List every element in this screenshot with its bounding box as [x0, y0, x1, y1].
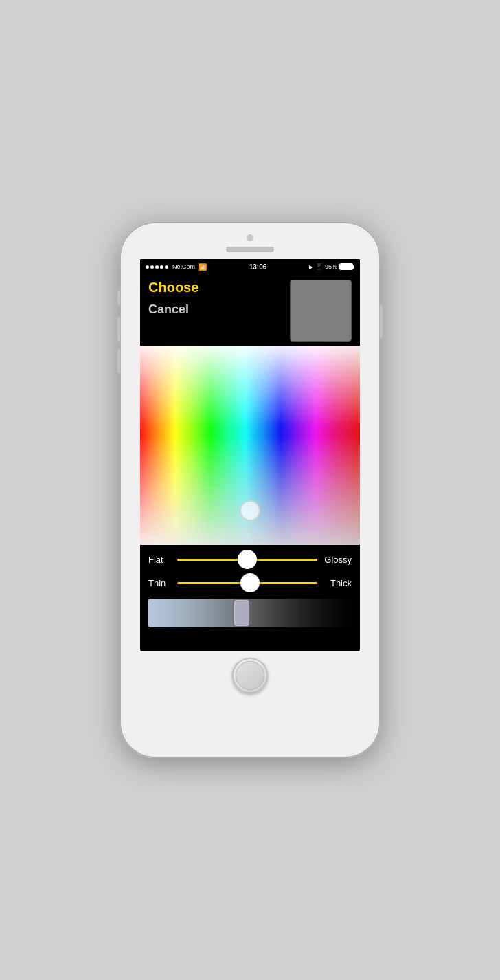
wifi-icon: 📶 — [198, 263, 207, 271]
app-content: Choose Cancel — [140, 274, 360, 643]
sliders-area: Flat Glossy Thin — [140, 545, 360, 643]
mute-button[interactable] — [117, 291, 120, 306]
color-picker-cursor[interactable] — [240, 500, 260, 521]
flat-glossy-slider-row: Flat Glossy — [148, 552, 352, 567]
signal-dot-4 — [160, 265, 163, 269]
thin-label: Thin — [148, 578, 173, 588]
alpha-slider-row — [148, 599, 352, 627]
glossy-label: Glossy — [321, 555, 352, 565]
flat-glossy-thumb[interactable] — [238, 550, 257, 569]
signal-dot-2 — [150, 265, 154, 269]
home-button-inner — [236, 661, 264, 690]
signal-dot-3 — [155, 265, 159, 269]
battery-percent: 95% — [325, 263, 337, 270]
front-camera — [247, 234, 253, 241]
header-buttons: Choose Cancel — [148, 280, 198, 317]
status-bar: NetCom 📶 13:06 ▶ 📱 95% — [140, 259, 360, 274]
carrier-name: NetCom — [172, 263, 195, 270]
thin-thick-slider-row: Thin Thick — [148, 575, 352, 590]
signal-dot-5 — [165, 265, 168, 269]
color-preview-swatch — [290, 280, 352, 342]
battery-icon — [339, 263, 354, 270]
earpiece-speaker — [226, 247, 274, 252]
flat-glossy-track-bar — [177, 559, 317, 561]
alpha-thumb[interactable] — [234, 600, 249, 626]
thick-label: Thick — [321, 578, 352, 588]
power-button[interactable] — [380, 304, 383, 339]
flat-glossy-track[interactable] — [177, 552, 317, 567]
thin-thick-thumb[interactable] — [240, 573, 260, 592]
volume-up-button[interactable] — [117, 317, 120, 342]
color-picker-gradient[interactable] — [140, 346, 360, 545]
signal-strength — [146, 265, 168, 269]
alpha-track[interactable] — [148, 599, 352, 627]
status-left: NetCom 📶 — [146, 263, 207, 271]
home-button[interactable] — [232, 658, 268, 693]
phone-device: NetCom 📶 13:06 ▶ 📱 95% Ch — [120, 222, 380, 758]
cancel-button[interactable]: Cancel — [148, 302, 198, 317]
phone-screen: NetCom 📶 13:06 ▶ 📱 95% Ch — [140, 259, 360, 651]
header-area: Choose Cancel — [140, 274, 360, 346]
location-icon: ▶ — [309, 264, 313, 270]
volume-down-button[interactable] — [117, 348, 120, 373]
flat-label: Flat — [148, 555, 173, 565]
signal-dot-1 — [146, 265, 149, 269]
choose-button[interactable]: Choose — [148, 280, 198, 296]
bluetooth-icon: 📱 — [315, 263, 323, 270]
home-button-area — [232, 658, 268, 693]
status-time: 13:06 — [249, 263, 267, 271]
status-right: ▶ 📱 95% — [309, 263, 354, 270]
thin-thick-track-bar — [177, 582, 317, 584]
thin-thick-track[interactable] — [177, 575, 317, 590]
